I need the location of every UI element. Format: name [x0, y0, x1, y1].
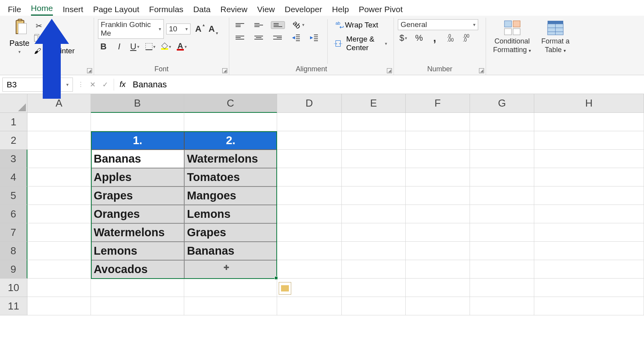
cell-A10[interactable]	[27, 279, 91, 297]
cell-C2[interactable]: 2.	[184, 131, 277, 150]
underline-button[interactable]: U▾	[129, 41, 140, 52]
cell-G8[interactable]	[470, 242, 534, 260]
tab-help[interactable]: Help	[332, 3, 349, 16]
cell-C4[interactable]: Tomatoes	[184, 168, 277, 186]
cell-B1[interactable]	[91, 113, 184, 131]
tab-developer[interactable]: Developer	[285, 3, 322, 16]
row-header-4[interactable]: 4	[0, 168, 27, 186]
cell-A1[interactable]	[27, 113, 91, 131]
cell-H1[interactable]	[534, 113, 644, 131]
cell-D2[interactable]	[277, 131, 342, 150]
col-header-e[interactable]: E	[342, 94, 406, 113]
col-header-f[interactable]: F	[406, 94, 470, 113]
cell-B5[interactable]: Grapes	[91, 186, 184, 205]
col-header-d[interactable]: D	[277, 94, 342, 113]
col-header-h[interactable]: H	[534, 94, 644, 113]
tab-review[interactable]: Review	[220, 3, 247, 16]
quick-analysis-button[interactable]	[279, 282, 291, 295]
number-format-combo[interactable]: General▾	[398, 19, 478, 30]
format-as-table-button[interactable]: Format a Table ▾	[538, 19, 573, 73]
font-dialog-launcher[interactable]	[222, 68, 227, 73]
align-center-button[interactable]	[252, 34, 265, 41]
cell-B10[interactable]	[91, 279, 184, 297]
cancel-formula-button[interactable]: ✕	[86, 78, 99, 91]
cell-G3[interactable]	[470, 150, 534, 168]
cell-D5[interactable]	[277, 186, 342, 205]
borders-button[interactable]: ▾	[145, 41, 156, 52]
cell-F10[interactable]	[406, 279, 470, 297]
align-bottom-button[interactable]	[271, 21, 285, 29]
cell-D8[interactable]	[277, 242, 342, 260]
clipboard-dialog-launcher[interactable]	[87, 68, 92, 73]
cell-D4[interactable]	[277, 168, 342, 186]
cell-H8[interactable]	[534, 242, 644, 260]
cell-F1[interactable]	[406, 113, 470, 131]
increase-decimal-button[interactable]: .0.00	[445, 33, 456, 43]
cell-F8[interactable]	[406, 242, 470, 260]
cell-E8[interactable]	[342, 242, 406, 260]
cell-H10[interactable]	[534, 279, 644, 297]
copy-button[interactable]: ▾	[34, 34, 44, 43]
font-size-combo[interactable]: 10▾	[166, 24, 190, 34]
cell-E4[interactable]	[342, 168, 406, 186]
cell-E1[interactable]	[342, 113, 406, 131]
cell-B8[interactable]: Lemons	[91, 242, 184, 260]
percent-button[interactable]: %	[414, 33, 424, 43]
row-header-9[interactable]: 9	[0, 260, 27, 279]
row-header-10[interactable]: 10	[0, 279, 27, 297]
alignment-dialog-launcher[interactable]	[387, 68, 392, 73]
cell-C9[interactable]	[184, 260, 277, 279]
col-header-b[interactable]: B	[91, 94, 184, 113]
row-header-6[interactable]: 6	[0, 205, 27, 223]
font-color-button[interactable]: A▾	[176, 41, 187, 52]
cell-E6[interactable]	[342, 205, 406, 223]
font-name-combo[interactable]: Franklin Gothic Me▾	[98, 19, 164, 39]
tab-formulas[interactable]: Formulas	[149, 3, 183, 16]
tab-page-layout[interactable]: Page Layout	[93, 3, 139, 16]
cell-F9[interactable]	[406, 260, 470, 279]
cell-G2[interactable]	[470, 131, 534, 150]
cell-B9[interactable]: Avocados	[91, 260, 184, 279]
cell-A7[interactable]	[27, 223, 91, 242]
cell-D7[interactable]	[277, 223, 342, 242]
cell-F7[interactable]	[406, 223, 470, 242]
orientation-button[interactable]: ab▾	[290, 19, 307, 31]
cell-A3[interactable]	[27, 150, 91, 168]
conditional-formatting-button[interactable]: Conditional Formatting ▾	[490, 19, 534, 73]
format-painter-button[interactable]: 🖌at Painter	[34, 47, 74, 55]
cell-F6[interactable]	[406, 205, 470, 223]
row-header-2[interactable]: 2	[0, 131, 27, 150]
cell-C1[interactable]	[184, 113, 277, 131]
cell-H9[interactable]	[534, 260, 644, 279]
accounting-button[interactable]: $▾	[398, 33, 409, 43]
col-header-c[interactable]: C	[184, 94, 277, 113]
cell-C11[interactable]	[184, 297, 277, 315]
cell-H7[interactable]	[534, 223, 644, 242]
cell-C8[interactable]: Bananas	[184, 242, 277, 260]
name-box[interactable]: B3▾	[2, 78, 73, 92]
increase-indent-button[interactable]	[308, 33, 320, 42]
cell-E5[interactable]	[342, 186, 406, 205]
cell-G4[interactable]	[470, 168, 534, 186]
cell-B4[interactable]: Apples	[91, 168, 184, 186]
align-top-button[interactable]	[233, 22, 247, 29]
cell-A6[interactable]	[27, 205, 91, 223]
cut-button[interactable]: ✂	[34, 22, 44, 30]
cell-C10[interactable]	[184, 279, 277, 297]
cell-C7[interactable]: Grapes	[184, 223, 277, 242]
cell-G6[interactable]	[470, 205, 534, 223]
number-dialog-launcher[interactable]	[479, 68, 484, 73]
cell-B7[interactable]: Watermelons	[91, 223, 184, 242]
cell-C6[interactable]: Lemons	[184, 205, 277, 223]
comma-button[interactable]: ,	[429, 33, 440, 43]
align-right-button[interactable]	[271, 34, 284, 41]
cell-F11[interactable]	[406, 297, 470, 315]
cell-D11[interactable]	[277, 297, 342, 315]
cell-D6[interactable]	[277, 205, 342, 223]
cell-D3[interactable]	[277, 150, 342, 168]
col-header-a[interactable]: A	[27, 94, 91, 113]
cell-H4[interactable]	[534, 168, 644, 186]
cell-E9[interactable]	[342, 260, 406, 279]
cell-E7[interactable]	[342, 223, 406, 242]
cell-B11[interactable]	[91, 297, 184, 315]
